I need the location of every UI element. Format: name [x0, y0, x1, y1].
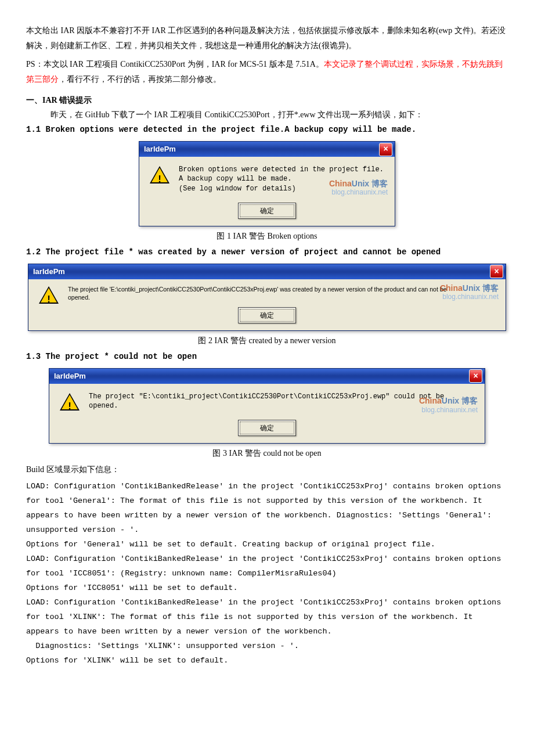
- section-1-header: 一、IAR 错误提示: [26, 93, 508, 108]
- caption-2: 图 2 IAR 警告 created by a newer version: [26, 333, 508, 348]
- close-icon[interactable]: ×: [379, 143, 392, 156]
- dialog-title: IarIdePm: [33, 265, 65, 279]
- build-line: LOAD: Configuration 'ContikiBankedReleas…: [26, 596, 508, 639]
- build-log: LOAD: Configuration 'ContikiBankedReleas…: [26, 480, 508, 668]
- msg-line: (See log window for details): [179, 185, 296, 193]
- dialog-newer-version: IarIdePm × ! The project file 'E:\contik…: [28, 264, 506, 331]
- close-icon[interactable]: ×: [469, 369, 482, 383]
- dialog-broken-options: IarIdePm × ! Broken options were detecte…: [139, 141, 395, 226]
- build-lead: Build 区域显示如下信息：: [26, 462, 508, 477]
- wm-tail: 博客: [480, 283, 499, 293]
- build-line: LOAD: Configuration 'ContikiBankedReleas…: [26, 552, 508, 581]
- heading-1-2: 1.2 The project file * was created by a …: [26, 245, 508, 260]
- warning-icon: !: [39, 286, 59, 304]
- dialog-message: Broken options were detected in the proj…: [179, 165, 384, 193]
- heading-1-3: 1.3 The project * could not be open: [26, 350, 508, 365]
- build-line: Options for 'ICC8051' will be set to def…: [26, 581, 508, 596]
- build-line: LOAD: Configuration 'ContikiBankedReleas…: [26, 480, 508, 538]
- ok-button[interactable]: 确定: [238, 203, 296, 219]
- dialog-title: IarIdePm: [144, 142, 176, 156]
- dialog-message: The project "E:\contiki_project\ContikiC…: [89, 392, 474, 411]
- warning-icon: !: [60, 393, 80, 411]
- dialog-titlebar: IarIdePm ×: [49, 369, 485, 384]
- dialog-titlebar: IarIdePm ×: [28, 264, 506, 279]
- ok-button[interactable]: 确定: [238, 420, 296, 436]
- ok-button[interactable]: 确定: [238, 307, 296, 323]
- intro-p2c: ，看行不行，不行的话，再按第二部分修改。: [59, 75, 221, 84]
- build-line: Options for 'General' will be set to def…: [26, 538, 508, 552]
- build-line: Diagnostics: 'Settings 'XLINK': unsuppor…: [26, 639, 508, 654]
- msg-line: Broken options were detected in the proj…: [179, 165, 384, 174]
- dialog-titlebar: IarIdePm ×: [139, 142, 395, 157]
- section-1-lead: 昨天，在 GitHub 下载了一个 IAR 工程项目 ContikiCC2530…: [26, 107, 508, 123]
- intro-paragraph-2: PS：本文以 IAR 工程项目 ContikiCC2530Port 为例，IAR…: [26, 57, 508, 87]
- warning-icon: !: [150, 166, 169, 183]
- intro-p2a: PS：本文以 IAR 工程项目 ContikiCC2530Port 为例，IAR…: [26, 60, 324, 69]
- msg-line: A backup copy will be made.: [179, 175, 291, 183]
- dialog-message: The project file 'E:\contiki_project\Con…: [68, 285, 468, 301]
- caption-3: 图 3 IAR 警告 could not be open: [26, 446, 508, 461]
- caption-1: 图 1 IAR 警告 Broken options: [26, 229, 508, 244]
- intro-paragraph-1: 本文给出 IAR 因版本不兼容打不开 IAR 工作区遇到的各种问题及解决方法，包…: [26, 23, 508, 53]
- dialog-title: IarIdePm: [54, 369, 86, 383]
- dialog-could-not-open: IarIdePm × ! The project "E:\contiki_pro…: [49, 368, 485, 444]
- close-icon[interactable]: ×: [490, 265, 503, 278]
- build-line: Options for 'XLINK' will be set to defau…: [26, 654, 508, 668]
- heading-1-1: 1.1 Broken options were detected in the …: [26, 123, 508, 138]
